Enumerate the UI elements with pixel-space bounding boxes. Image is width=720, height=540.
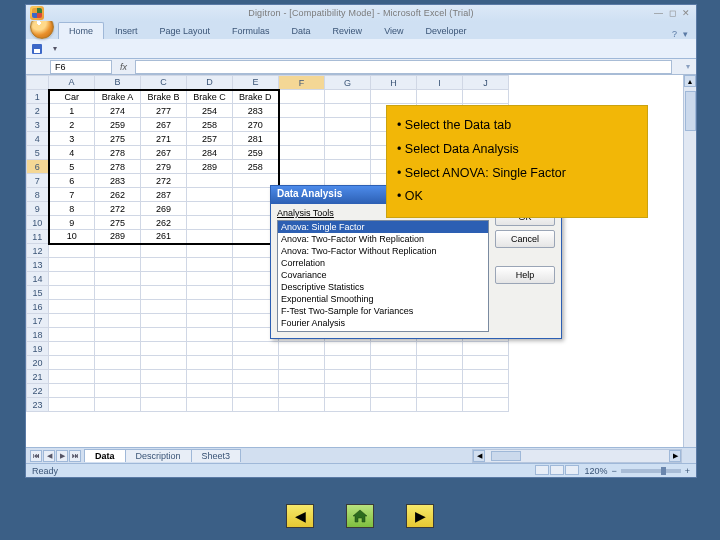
cell[interactable]: 257	[187, 132, 233, 146]
cell[interactable]	[325, 160, 371, 174]
cell[interactable]	[371, 370, 417, 384]
cell[interactable]	[95, 370, 141, 384]
cell[interactable]	[95, 286, 141, 300]
cell[interactable]	[233, 342, 279, 356]
cell[interactable]	[187, 216, 233, 230]
cell[interactable]	[233, 356, 279, 370]
cell[interactable]: 1	[49, 104, 95, 118]
cell[interactable]	[187, 188, 233, 202]
row-header[interactable]: 2	[27, 104, 49, 118]
cell[interactable]	[325, 90, 371, 104]
cell[interactable]: Brake A	[95, 90, 141, 104]
cell[interactable]	[49, 398, 95, 412]
tab-nav-next-icon[interactable]: ▶	[56, 450, 68, 462]
cell[interactable]: 2	[49, 118, 95, 132]
cell[interactable]	[95, 244, 141, 258]
row-header[interactable]: 6	[27, 160, 49, 174]
cell[interactable]	[371, 342, 417, 356]
cell[interactable]	[187, 258, 233, 272]
row-header[interactable]: 20	[27, 356, 49, 370]
row-header[interactable]: 1	[27, 90, 49, 104]
cell[interactable]	[187, 384, 233, 398]
cell[interactable]	[279, 398, 325, 412]
row-header[interactable]: 16	[27, 300, 49, 314]
cell[interactable]: Car	[49, 90, 95, 104]
cell[interactable]	[279, 370, 325, 384]
view-buttons[interactable]	[535, 465, 580, 477]
home-slide-button[interactable]	[346, 504, 374, 528]
next-slide-button[interactable]: ▶	[406, 504, 434, 528]
cell[interactable]: Brake B	[141, 90, 187, 104]
cell[interactable]	[325, 118, 371, 132]
cancel-button[interactable]: Cancel	[495, 230, 555, 248]
tab-nav-last-icon[interactable]: ⏭	[69, 450, 81, 462]
ribbon-tab-developer[interactable]: Developer	[414, 22, 477, 39]
horizontal-scrollbar[interactable]: ◀ ▶	[472, 449, 682, 463]
cell[interactable]	[141, 258, 187, 272]
cell[interactable]: 278	[95, 146, 141, 160]
formula-input[interactable]	[135, 60, 672, 74]
cell[interactable]	[187, 244, 233, 258]
cell[interactable]	[463, 342, 509, 356]
cell[interactable]	[463, 356, 509, 370]
cell[interactable]	[417, 356, 463, 370]
row-header[interactable]: 4	[27, 132, 49, 146]
cell[interactable]	[95, 398, 141, 412]
col-header[interactable]: B	[95, 76, 141, 90]
row-header[interactable]: 3	[27, 118, 49, 132]
zoom-level[interactable]: 120%	[584, 466, 607, 476]
cell[interactable]	[49, 328, 95, 342]
col-header[interactable]: H	[371, 76, 417, 90]
cell[interactable]	[371, 356, 417, 370]
help-icon[interactable]: ?	[672, 29, 677, 39]
cell[interactable]: 3	[49, 132, 95, 146]
cell[interactable]: 267	[141, 146, 187, 160]
cell[interactable]: 289	[187, 160, 233, 174]
cell[interactable]: 271	[141, 132, 187, 146]
cell[interactable]: 10	[49, 230, 95, 244]
cell[interactable]	[141, 272, 187, 286]
analysis-tool-item[interactable]: Correlation	[278, 257, 488, 269]
col-header[interactable]: A	[49, 76, 95, 90]
cell[interactable]	[187, 356, 233, 370]
cell[interactable]	[49, 370, 95, 384]
row-header[interactable]: 10	[27, 216, 49, 230]
cell[interactable]	[95, 314, 141, 328]
sheet-tab-data[interactable]: Data	[84, 449, 126, 462]
row-header[interactable]: 23	[27, 398, 49, 412]
analysis-tool-item[interactable]: Anova: Two-Factor Without Replication	[278, 245, 488, 257]
col-header[interactable]: J	[463, 76, 509, 90]
row-header[interactable]: 18	[27, 328, 49, 342]
cell[interactable]	[325, 342, 371, 356]
cell[interactable]: 274	[95, 104, 141, 118]
cell[interactable]: 275	[95, 132, 141, 146]
scroll-up-icon[interactable]: ▲	[684, 75, 696, 87]
fx-icon[interactable]: fx	[120, 62, 127, 72]
col-header[interactable]: I	[417, 76, 463, 90]
minimize-button[interactable]: —	[654, 8, 663, 18]
cell[interactable]	[187, 230, 233, 244]
cell[interactable]	[417, 90, 463, 104]
cell[interactable]	[233, 384, 279, 398]
expand-formula-icon[interactable]: ▾	[686, 62, 696, 71]
cell[interactable]	[463, 370, 509, 384]
cell[interactable]	[325, 384, 371, 398]
cell[interactable]: 259	[233, 146, 279, 160]
cell[interactable]: 258	[233, 160, 279, 174]
zoom-slider[interactable]	[621, 469, 681, 473]
ribbon-tab-view[interactable]: View	[373, 22, 414, 39]
cell[interactable]	[49, 300, 95, 314]
cell[interactable]: 287	[141, 188, 187, 202]
analysis-tool-item[interactable]: Exponential Smoothing	[278, 293, 488, 305]
cell[interactable]: 279	[141, 160, 187, 174]
col-header[interactable]: C	[141, 76, 187, 90]
row-header[interactable]: 15	[27, 286, 49, 300]
scroll-right-icon[interactable]: ▶	[669, 450, 681, 462]
scroll-thumb-v[interactable]	[685, 91, 696, 131]
cell[interactable]	[187, 286, 233, 300]
minimize-ribbon-icon[interactable]: ▾	[683, 29, 688, 39]
cell[interactable]	[187, 300, 233, 314]
cell[interactable]	[187, 370, 233, 384]
ribbon-tab-review[interactable]: Review	[322, 22, 374, 39]
cell[interactable]: 277	[141, 104, 187, 118]
